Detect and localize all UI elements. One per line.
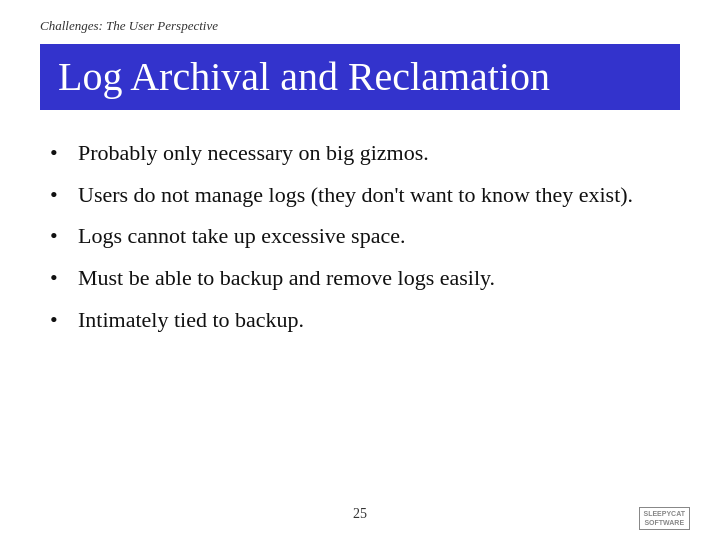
list-item: Must be able to backup and remove logs e… — [50, 263, 680, 293]
logo-line2: SOFTWARE — [644, 519, 686, 527]
slide-subtitle: Challenges: The User Perspective — [40, 18, 680, 34]
list-item: Intimately tied to backup. — [50, 305, 680, 335]
title-banner: Log Archival and Reclamation — [40, 44, 680, 110]
slide: Challenges: The User Perspective Log Arc… — [0, 0, 720, 540]
slide-title: Log Archival and Reclamation — [58, 54, 662, 100]
logo-line1: SLEEPYCAT — [644, 510, 686, 518]
logo: SLEEPYCAT SOFTWARE — [639, 507, 691, 530]
list-item: Logs cannot take up excessive space. — [50, 221, 680, 251]
list-item: Users do not manage logs (they don't wan… — [50, 180, 680, 210]
bullet-list: Probably only necessary on big gizmos. U… — [50, 138, 680, 334]
page-number: 25 — [353, 506, 367, 522]
list-item: Probably only necessary on big gizmos. — [50, 138, 680, 168]
